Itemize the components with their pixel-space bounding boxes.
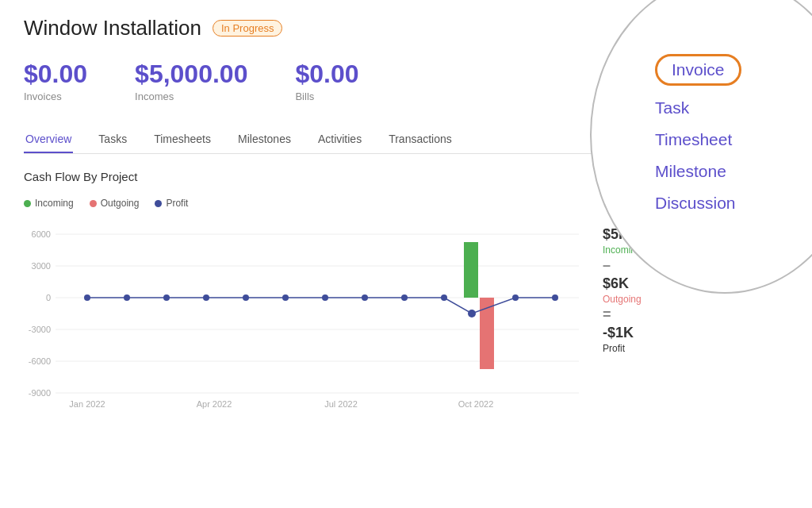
svg-point-25 xyxy=(243,294,249,301)
page-title: Window Installation xyxy=(24,16,201,40)
task-label: Task xyxy=(655,98,689,117)
legend-outgoing: Outgoing xyxy=(90,198,140,209)
profit-summary-label: Profit xyxy=(603,343,642,354)
svg-point-27 xyxy=(322,294,328,301)
profit-dot xyxy=(155,200,162,207)
tab-overview[interactable]: Overview xyxy=(24,126,73,153)
incoming-dot xyxy=(24,200,31,207)
dropdown-item-task[interactable]: Task xyxy=(655,95,812,121)
metric-incomes: $5,000.00 Incomes xyxy=(135,60,247,102)
bills-label: Bills xyxy=(295,90,314,102)
svg-text:-3000: -3000 xyxy=(29,325,51,334)
outgoing-dot xyxy=(90,200,97,207)
svg-text:3000: 3000 xyxy=(32,261,51,271)
status-badge: In Progress xyxy=(213,20,282,37)
svg-text:Oct 2022: Oct 2022 xyxy=(458,399,494,409)
svg-text:-9000: -9000 xyxy=(29,388,51,398)
legend-profit: Profit xyxy=(155,198,188,209)
svg-point-31 xyxy=(468,310,476,318)
milestone-label: Milestone xyxy=(655,162,726,180)
svg-point-22 xyxy=(124,294,130,301)
svg-text:Jan 2022: Jan 2022 xyxy=(69,399,105,409)
dropdown-item-invoice[interactable]: Invoice xyxy=(655,54,741,86)
svg-text:Apr 2022: Apr 2022 xyxy=(197,399,232,409)
invoice-label: Invoice xyxy=(672,60,725,79)
metric-invoices: $0.00 Invoices xyxy=(24,60,87,102)
svg-point-29 xyxy=(401,294,408,301)
tab-activities[interactable]: Activities xyxy=(316,126,363,153)
svg-point-33 xyxy=(552,294,558,301)
cash-flow-chart: 6000 3000 0 -3000 -6000 -9000 Jan 2022 A… xyxy=(24,218,595,409)
svg-text:0: 0 xyxy=(46,293,51,302)
profit-summary-value: -$1K xyxy=(603,325,642,341)
svg-point-32 xyxy=(512,294,519,301)
svg-point-21 xyxy=(84,294,90,301)
tab-tasks[interactable]: Tasks xyxy=(97,126,128,153)
tab-timesheets[interactable]: Timesheets xyxy=(152,126,213,153)
outgoing-legend-label: Outgoing xyxy=(101,198,140,209)
discussion-label: Discussion xyxy=(655,194,736,212)
dropdown-item-timesheet[interactable]: Timesheet xyxy=(655,127,812,152)
svg-text:-6000: -6000 xyxy=(29,356,51,366)
summary-divider-2: = xyxy=(603,306,642,323)
svg-point-26 xyxy=(282,294,289,301)
incomes-label: Incomes xyxy=(135,90,174,102)
dropdown-overlay: Invoice Task Timesheet Milestone Discuss… xyxy=(590,0,812,294)
timesheet-label: Timesheet xyxy=(655,130,732,148)
dropdown-circle: Invoice Task Timesheet Milestone Discuss… xyxy=(590,0,812,294)
svg-point-23 xyxy=(163,294,170,301)
metric-bills: $0.00 Bills xyxy=(295,60,358,102)
dropdown-item-discussion[interactable]: Discussion xyxy=(655,190,812,216)
tab-transactions[interactable]: Transactions xyxy=(387,126,454,153)
invoices-value: $0.00 xyxy=(24,60,87,89)
svg-point-24 xyxy=(203,294,209,301)
dropdown-item-milestone[interactable]: Milestone xyxy=(655,159,812,184)
svg-point-28 xyxy=(362,294,368,301)
incoming-legend-label: Incoming xyxy=(35,198,74,209)
incomes-value: $5,000.00 xyxy=(135,60,247,89)
svg-text:6000: 6000 xyxy=(32,229,51,239)
invoices-label: Invoices xyxy=(24,90,62,102)
svg-rect-19 xyxy=(464,242,478,298)
svg-point-30 xyxy=(441,294,447,301)
svg-text:Jul 2022: Jul 2022 xyxy=(324,399,358,409)
legend-incoming: Incoming xyxy=(24,198,74,209)
tab-milestones[interactable]: Milestones xyxy=(236,126,293,153)
outgoing-summary-label: Outgoing xyxy=(603,294,642,305)
bills-value: $0.00 xyxy=(295,60,358,89)
profit-legend-label: Profit xyxy=(166,198,188,209)
